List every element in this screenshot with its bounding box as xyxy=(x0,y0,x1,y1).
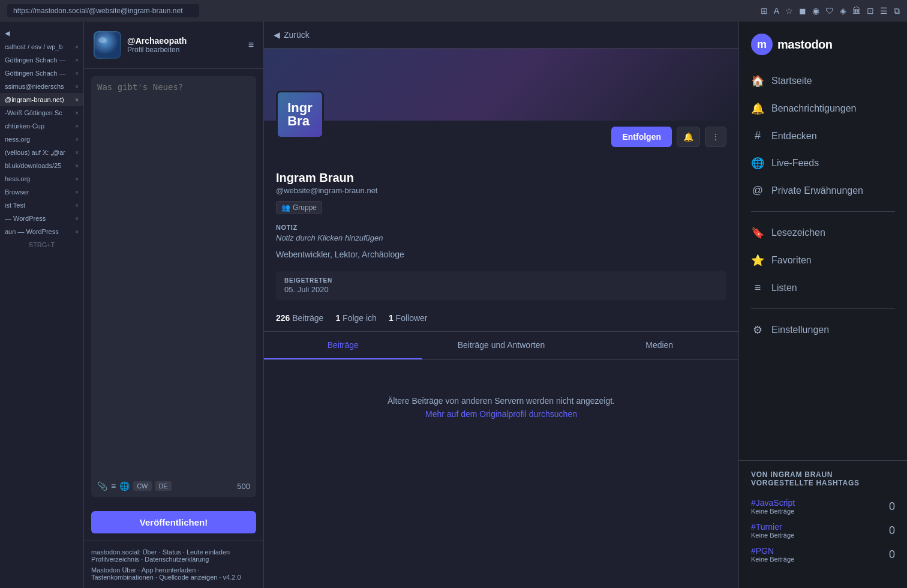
hashtag-sub-2: Keine Beiträge xyxy=(751,556,794,563)
hamburger-button[interactable]: ≡ xyxy=(248,40,254,50)
globe-icon[interactable]: 🌐 xyxy=(119,481,130,491)
hashtag-count-2: 0 xyxy=(889,548,895,561)
sidebar-tab-7[interactable]: ness.org × xyxy=(0,133,83,146)
hashtag-sub-1: Keine Beiträge xyxy=(751,532,794,539)
browser-icon-font[interactable]: A xyxy=(774,6,779,16)
about-link[interactable]: Über xyxy=(143,548,157,556)
tab-media[interactable]: Medien xyxy=(580,332,738,359)
account-header: @Archaeopath Profil bearbeiten ≡ xyxy=(84,22,263,69)
follow-button[interactable]: Entfolgen xyxy=(611,127,672,147)
profile-badge: 👥 Gruppe xyxy=(276,201,322,214)
nav-label-favorites: Favoriten xyxy=(771,255,812,266)
note-input[interactable]: Notiz durch Klicken hinzufügen xyxy=(276,233,726,242)
hashtag-name-0[interactable]: #JavaScript xyxy=(751,498,795,508)
invite-link[interactable]: Leute einladen xyxy=(187,548,230,556)
compose-box: 📎 ≡ 🌐 CW DE 500 xyxy=(91,76,256,497)
stat-following[interactable]: 1 Folge ich xyxy=(335,313,377,323)
url-bar[interactable]: https://mastodon.social/@website@ingram-… xyxy=(7,4,199,17)
browser-icon-ext2[interactable]: ◉ xyxy=(812,6,819,16)
nav-item-notifications[interactable]: 🔔 Benachrichtigungen xyxy=(739,95,907,122)
hashtag-row-0: #JavaScript Keine Beiträge 0 xyxy=(751,494,895,518)
bell-icon: 🔔 xyxy=(751,102,764,115)
sidebar-tab-9[interactable]: bl.uk/downloads/25 × xyxy=(0,159,83,172)
original-profile-link[interactable]: Mehr auf dem Originalprofil durchsuchen xyxy=(425,409,577,419)
nav-item-bookmarks[interactable]: 🔖 Lesezeichen xyxy=(739,219,907,247)
hashtag-count-0: 0 xyxy=(889,500,895,513)
back-button[interactable]: ◀ Zurück xyxy=(274,30,310,40)
tab-posts[interactable]: Beiträge xyxy=(264,332,422,359)
browser-icon-ext6[interactable]: ⊡ xyxy=(867,6,874,16)
version-label: v4.2.0 xyxy=(223,574,241,581)
browser-icon-ext4[interactable]: ◈ xyxy=(840,6,846,16)
profile-bio: Webentwickler, Lektor, Archäologe xyxy=(264,242,738,266)
sidebar-tab-2[interactable]: Göttingen Schach — × xyxy=(0,67,83,80)
browser-icon-ext1[interactable]: ◼ xyxy=(799,6,806,16)
browser-icon-star[interactable]: ☆ xyxy=(785,6,793,16)
sidebar-tab-new[interactable]: STRG+T xyxy=(0,238,83,251)
hashtag-sub-0: Keine Beiträge xyxy=(751,508,795,515)
nav-item-settings[interactable]: ⚙ Einstellungen xyxy=(739,316,907,344)
stat-posts[interactable]: 226 Beiträge xyxy=(276,313,323,323)
nav-item-mentions[interactable]: @ Private Erwähnungen xyxy=(739,177,907,204)
privacy-link[interactable]: Datenschutzerklärung xyxy=(145,556,209,563)
more-options-button[interactable]: ⋮ xyxy=(705,127,726,147)
profile-banner: IngrBra xyxy=(264,49,738,121)
hashtag-row-1: #Turnier Keine Beiträge 0 xyxy=(751,518,895,542)
profile-name: Ingram Braun xyxy=(276,171,726,185)
stat-followers[interactable]: 1 Follower xyxy=(389,313,428,323)
browser-icon-ext5[interactable]: 🏛 xyxy=(852,6,861,16)
sidebar-tab-3[interactable]: ssimus@niederschs × xyxy=(0,80,83,93)
browser-icon-settings[interactable]: ☰ xyxy=(880,6,888,16)
compose-area: 📎 ≡ 🌐 CW DE 500 xyxy=(84,69,263,504)
hashtag-name-2[interactable]: #PGN xyxy=(751,546,794,556)
notification-button[interactable]: 🔔 xyxy=(677,127,700,147)
right-sidebar: m mastodon 🏠 Startseite 🔔 Benachrichtigu… xyxy=(739,22,907,588)
sidebar-tab-0[interactable]: calhost / esv / wp_b × xyxy=(0,40,83,53)
profiles-link[interactable]: Profilverzeichnis xyxy=(91,556,139,563)
sidebar-tab-1[interactable]: Göttingen Schach — × xyxy=(0,53,83,67)
sidebar-tab-6[interactable]: chtürken-Cup × xyxy=(0,119,83,133)
sidebar-tab-12[interactable]: ist Test × xyxy=(0,199,83,212)
account-sub[interactable]: Profil bearbeiten xyxy=(127,46,242,54)
profile-actions: Entfolgen 🔔 ⋮ xyxy=(264,121,738,147)
sidebar-tab-11[interactable]: Browser × xyxy=(0,185,83,199)
profile-handle: @website@ingram-braun.net xyxy=(276,186,726,195)
sidebar-tab-10[interactable]: hess.org × xyxy=(0,172,83,185)
older-posts-text: Ältere Beiträge von anderen Servern werd… xyxy=(276,396,726,406)
hashtag-name-1[interactable]: #Turnier xyxy=(751,522,794,532)
logo-text: mastodon xyxy=(777,38,833,52)
nav-label-notifications: Benachrichtigungen xyxy=(771,103,856,114)
browser-icon-split[interactable]: ⧉ xyxy=(894,6,900,16)
tab-posts-replies[interactable]: Beiträge und Antworten xyxy=(422,332,581,359)
publish-button[interactable]: Veröffentlichen! xyxy=(91,511,256,533)
site-link[interactable]: mastodon.social: Über · Status · Leute e… xyxy=(91,548,230,556)
nav-item-home[interactable]: 🏠 Startseite xyxy=(739,67,907,95)
profile-note-section: NOTIZ Notiz durch Klicken hinzufügen xyxy=(264,224,738,242)
sidebar-tab-8[interactable]: (vellous) auf X: „@ar × xyxy=(0,146,83,159)
nav-item-explore[interactable]: # Entdecken xyxy=(739,122,907,149)
back-arrow-icon: ◀ xyxy=(274,30,280,40)
mastodon-about-link[interactable]: Über xyxy=(122,566,136,574)
download-link[interactable]: App herunterladen xyxy=(142,566,196,574)
sidebar-tab-4[interactable]: @ingram-braun.net) × xyxy=(0,93,83,106)
nav-label-home: Startseite xyxy=(771,76,812,86)
source-link[interactable]: Quellcode anzeigen xyxy=(159,574,217,581)
nav-item-favorites[interactable]: ⭐ Favoriten xyxy=(739,247,907,274)
cw-button[interactable]: CW xyxy=(133,481,151,491)
nav-item-live-feeds[interactable]: 🌐 Live-Feeds xyxy=(739,149,907,177)
profile-info: Ingram Braun @website@ingram-braun.net 👥… xyxy=(264,147,738,224)
sidebar-tab-collapse[interactable]: ◀ xyxy=(0,26,83,40)
shortcuts-link[interactable]: Tastenkombinationen xyxy=(91,574,154,581)
attach-icon[interactable]: 📎 xyxy=(97,481,107,491)
lang-button[interactable]: DE xyxy=(155,481,172,491)
browser-icon-ext3[interactable]: 🛡 xyxy=(825,6,834,16)
browser-icon-grid[interactable]: ⊞ xyxy=(761,6,768,16)
status-link[interactable]: Status xyxy=(163,548,181,556)
sidebar-tab-13[interactable]: — WordPress × xyxy=(0,212,83,225)
main-content: ◀ Zurück IngrBra Entfolgen 🔔 ⋮ xyxy=(264,22,739,588)
sidebar-tab-14[interactable]: aun — WordPress × xyxy=(0,225,83,238)
list-icon[interactable]: ≡ xyxy=(111,481,116,491)
sidebar-tab-5[interactable]: -Weiß Göttingen Sc × xyxy=(0,106,83,119)
nav-item-lists[interactable]: ≡ Listen xyxy=(739,274,907,301)
compose-input[interactable] xyxy=(97,82,250,476)
